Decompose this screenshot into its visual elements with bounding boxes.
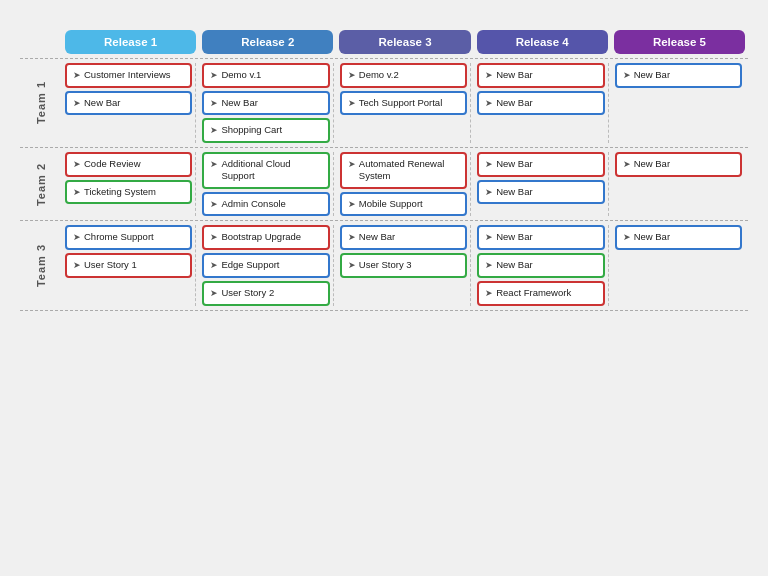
team2-col5: ➤New Bar xyxy=(615,152,745,216)
card-arrow-icon: ➤ xyxy=(348,159,356,171)
card-arrow-icon: ➤ xyxy=(348,70,356,82)
card-text: Demo v.1 xyxy=(221,69,321,81)
card-t3-c3-2: ➤User Story 3 xyxy=(340,253,467,278)
card-t2-c2-1: ➤Additional Cloud Support xyxy=(202,152,329,189)
card-arrow-icon: ➤ xyxy=(348,232,356,244)
team1-col3: ➤Demo v.2➤Tech Support Portal xyxy=(340,63,471,143)
card-text: Code Review xyxy=(84,158,184,170)
card-text: Customer Interviews xyxy=(84,69,184,81)
card-text: Admin Console xyxy=(221,198,321,210)
team-label-3: Team 3 xyxy=(35,244,47,287)
card-arrow-icon: ➤ xyxy=(73,232,81,244)
card-text: New Bar xyxy=(221,97,321,109)
release-header-4: Release 4 xyxy=(477,30,608,54)
card-t1-c3-2: ➤Tech Support Portal xyxy=(340,91,467,116)
card-text: User Story 2 xyxy=(221,287,321,299)
card-text: New Bar xyxy=(359,231,459,243)
card-text: Bootstrap Upgrade xyxy=(221,231,321,243)
card-text: New Bar xyxy=(496,69,596,81)
team-label-cell-3: Team 3 xyxy=(20,225,62,305)
team2-col4: ➤New Bar➤New Bar xyxy=(477,152,608,216)
card-text: New Bar xyxy=(496,231,596,243)
card-text: Chrome Support xyxy=(84,231,184,243)
card-t2-c3-1: ➤Automated Renewal System xyxy=(340,152,467,189)
card-arrow-icon: ➤ xyxy=(623,159,631,171)
team-label-1: Team 1 xyxy=(35,81,47,124)
card-t3-c4-1: ➤New Bar xyxy=(477,225,604,250)
card-t3-c2-2: ➤Edge Support xyxy=(202,253,329,278)
card-arrow-icon: ➤ xyxy=(348,199,356,211)
card-arrow-icon: ➤ xyxy=(485,260,493,272)
card-arrow-icon: ➤ xyxy=(210,199,218,211)
card-t1-c2-1: ➤Demo v.1 xyxy=(202,63,329,88)
card-text: Demo v.2 xyxy=(359,69,459,81)
card-arrow-icon: ➤ xyxy=(485,187,493,199)
card-arrow-icon: ➤ xyxy=(348,98,356,110)
card-text: Ticketing System xyxy=(84,186,184,198)
team-label-2: Team 2 xyxy=(35,163,47,206)
card-arrow-icon: ➤ xyxy=(73,260,81,272)
card-t3-c3-1: ➤New Bar xyxy=(340,225,467,250)
roadmap-grid: Release 1Release 2Release 3Release 4Rele… xyxy=(20,30,748,311)
card-arrow-icon: ➤ xyxy=(485,232,493,244)
team3-col1: ➤Chrome Support➤User Story 1 xyxy=(65,225,196,305)
card-t3-c1-2: ➤User Story 1 xyxy=(65,253,192,278)
card-arrow-icon: ➤ xyxy=(210,125,218,137)
team3-col4: ➤New Bar➤New Bar➤React Framework xyxy=(477,225,608,305)
team2-col1: ➤Code Review➤Ticketing System xyxy=(65,152,196,216)
card-arrow-icon: ➤ xyxy=(73,98,81,110)
card-arrow-icon: ➤ xyxy=(73,159,81,171)
card-text: New Bar xyxy=(84,97,184,109)
card-t2-c4-2: ➤New Bar xyxy=(477,180,604,205)
card-t2-c2-2: ➤Admin Console xyxy=(202,192,329,217)
header-row: Release 1Release 2Release 3Release 4Rele… xyxy=(62,30,748,54)
card-arrow-icon: ➤ xyxy=(210,70,218,82)
card-t3-c4-3: ➤React Framework xyxy=(477,281,604,306)
team1-col5: ➤New Bar xyxy=(615,63,745,143)
card-text: Additional Cloud Support xyxy=(221,158,321,183)
release-header-5: Release 5 xyxy=(614,30,745,54)
card-t3-c5-1: ➤New Bar xyxy=(615,225,742,250)
card-t3-c1-1: ➤Chrome Support xyxy=(65,225,192,250)
card-arrow-icon: ➤ xyxy=(73,187,81,199)
card-arrow-icon: ➤ xyxy=(210,98,218,110)
card-arrow-icon: ➤ xyxy=(485,159,493,171)
card-arrow-icon: ➤ xyxy=(623,232,631,244)
card-arrow-icon: ➤ xyxy=(485,288,493,300)
card-arrow-icon: ➤ xyxy=(210,232,218,244)
card-arrow-icon: ➤ xyxy=(210,288,218,300)
team1-col2: ➤Demo v.1➤New Bar➤Shopping Cart xyxy=(202,63,333,143)
release-header-3: Release 3 xyxy=(339,30,470,54)
team2-col2: ➤Additional Cloud Support➤Admin Console xyxy=(202,152,333,216)
card-t3-c2-3: ➤User Story 2 xyxy=(202,281,329,306)
card-t1-c3-1: ➤Demo v.2 xyxy=(340,63,467,88)
card-text: New Bar xyxy=(634,231,734,243)
team1-col4: ➤New Bar➤New Bar xyxy=(477,63,608,143)
card-arrow-icon: ➤ xyxy=(485,98,493,110)
team3-col5: ➤New Bar xyxy=(615,225,745,305)
card-t2-c1-1: ➤Code Review xyxy=(65,152,192,177)
card-text: React Framework xyxy=(496,287,596,299)
card-text: New Bar xyxy=(496,97,596,109)
card-t2-c3-2: ➤Mobile Support xyxy=(340,192,467,217)
card-arrow-icon: ➤ xyxy=(210,260,218,272)
card-text: Mobile Support xyxy=(359,198,459,210)
team1-col1: ➤Customer Interviews➤New Bar xyxy=(65,63,196,143)
release-header-2: Release 2 xyxy=(202,30,333,54)
page: Release 1Release 2Release 3Release 4Rele… xyxy=(0,0,768,576)
team-label-cell-2: Team 2 xyxy=(20,152,62,216)
card-t1-c4-1: ➤New Bar xyxy=(477,63,604,88)
card-t3-c2-1: ➤Bootstrap Upgrade xyxy=(202,225,329,250)
team3-col2: ➤Bootstrap Upgrade➤Edge Support➤User Sto… xyxy=(202,225,333,305)
release-header-1: Release 1 xyxy=(65,30,196,54)
card-t1-c5-1: ➤New Bar xyxy=(615,63,742,88)
card-arrow-icon: ➤ xyxy=(623,70,631,82)
card-text: Automated Renewal System xyxy=(359,158,459,183)
team-row-2: Team 2➤Code Review➤Ticketing System➤Addi… xyxy=(20,147,748,220)
team-row-3: Team 3➤Chrome Support➤User Story 1➤Boots… xyxy=(20,220,748,310)
card-text: Shopping Cart xyxy=(221,124,321,136)
card-arrow-icon: ➤ xyxy=(348,260,356,272)
card-text: New Bar xyxy=(496,259,596,271)
card-t2-c4-1: ➤New Bar xyxy=(477,152,604,177)
card-text: New Bar xyxy=(634,158,734,170)
